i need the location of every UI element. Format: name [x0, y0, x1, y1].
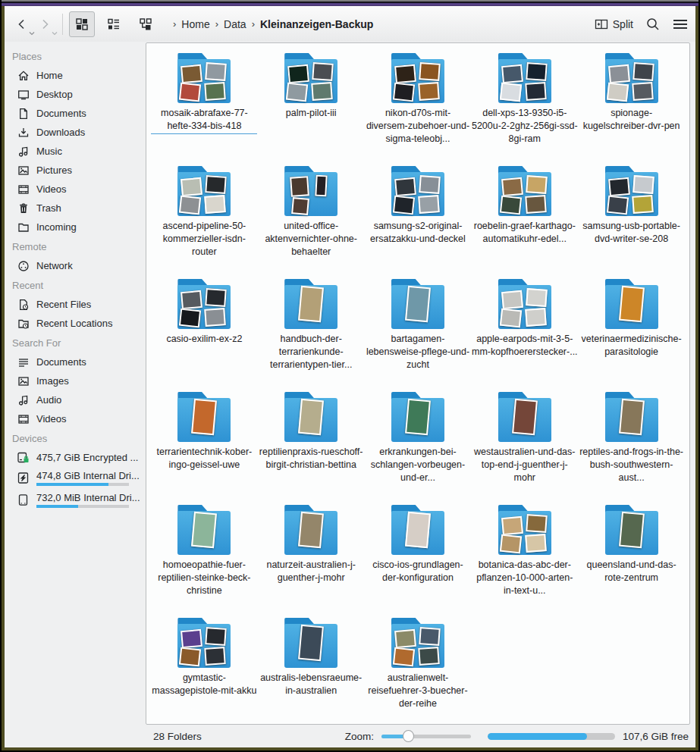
folder-icon[interactable] — [602, 166, 661, 216]
folder-item[interactable]: westaustralien-und-das-top-end-j-guenthe… — [471, 392, 578, 505]
text-lines-icon — [17, 356, 30, 368]
folder-item[interactable]: cisco-ios-grundlagen-der-konfiguration — [365, 505, 472, 618]
folder-item[interactable]: reptiles-and-frogs-in-the-bush-southwest… — [578, 392, 685, 505]
sidebar-item-incoming[interactable]: Incoming — [9, 218, 146, 237]
folder-item[interactable]: reptilienpraxis-rueschoff-birgit-christi… — [258, 392, 365, 505]
folder-icon[interactable] — [174, 392, 234, 442]
sidebar-item-label: Downloads — [36, 127, 85, 138]
sidebar-item-desktop[interactable]: Desktop — [9, 85, 146, 104]
back-button[interactable] — [11, 13, 33, 36]
folder-icon[interactable] — [281, 618, 341, 668]
sidebar-item-label: Desktop — [36, 89, 73, 100]
folder-icon[interactable] — [281, 505, 341, 555]
sidebar-item-474-8-gib-internal-dri[interactable]: 474,8 GiB Internal Dri... — [9, 467, 146, 489]
sidebar-item-pictures[interactable]: Pictures — [9, 161, 146, 180]
folder-item[interactable]: gymtastic-massagepistole-mit-akku — [151, 618, 258, 725]
folder-name: gymtastic-massagepistole-mit-akku — [151, 672, 257, 697]
sidebar-item-recent-locations[interactable]: Recent Locations — [9, 314, 146, 333]
folder-item[interactable]: naturzeit-australien-j-guenther-j-mohr — [258, 505, 365, 618]
folder-icon[interactable] — [281, 53, 341, 103]
folder-item[interactable]: dell-xps-13-9350-i5-5200u-2-2ghz-256gi-s… — [471, 53, 578, 166]
folder-item[interactable]: nikon-d70s-mit-diversem-zubehoer-und-sig… — [365, 53, 472, 166]
menu-button[interactable] — [673, 18, 688, 30]
hamburger-menu-icon — [673, 18, 688, 30]
folder-item[interactable]: palm-pilot-iii — [258, 53, 365, 166]
tree-view-button[interactable] — [133, 11, 159, 37]
folder-icon[interactable] — [174, 279, 234, 329]
folder-item[interactable]: samsung-s2-original-ersatzakku-und-decke… — [365, 166, 472, 279]
folder-item[interactable]: spionage-kugelschreiber-dvr-pen — [578, 53, 685, 166]
folder-icon[interactable] — [388, 392, 447, 442]
breadcrumb-item[interactable]: Kleinanzeigen-Backup — [260, 18, 373, 30]
folder-item[interactable]: botanica-das-abc-der-pflanzen-10-000-art… — [471, 505, 578, 618]
folder-item[interactable]: terrarientechnik-kober-ingo-geissel-uwe — [151, 392, 258, 505]
sidebar-item-images[interactable]: Images — [9, 371, 146, 390]
folder-view[interactable]: mosaik-abrafaxe-77-hefte-334-bis-418palm… — [146, 42, 690, 725]
forward-dropdown-caret-icon[interactable] — [52, 31, 58, 36]
sidebar-item-videos[interactable]: Videos — [9, 180, 146, 199]
folder-icon[interactable] — [602, 279, 661, 329]
sidebar-item-music[interactable]: Music — [9, 142, 146, 161]
folder-item[interactable]: handbuch-der-terrarienkunde-terrarientyp… — [258, 279, 365, 392]
folder-item[interactable]: ascend-pipeline-50-kommerzieller-isdn-ro… — [151, 166, 258, 279]
folder-item[interactable]: australis-lebensraeume-in-australien — [258, 618, 365, 725]
folder-icon[interactable] — [174, 166, 234, 216]
breadcrumb-separator-icon: › — [173, 18, 176, 30]
folder-icon[interactable] — [495, 392, 554, 442]
folder-name: apple-earpods-mit-3-5-mm-kopfhoerersteck… — [472, 333, 578, 359]
sidebar-item-documents[interactable]: Documents — [9, 352, 146, 371]
folder-name: veterinaermedizinische-parasitologie — [579, 333, 685, 359]
folder-icon[interactable] — [388, 618, 447, 668]
folder-icon[interactable] — [495, 505, 554, 555]
folder-icon[interactable] — [388, 166, 447, 216]
folder-item[interactable]: erkrankungen-bei-schlangen-vorbeugen-und… — [365, 392, 472, 505]
folder-item[interactable]: casio-exilim-ex-z2 — [151, 279, 258, 392]
folder-icon[interactable] — [495, 279, 554, 329]
breadcrumb-item[interactable]: Data — [224, 18, 246, 30]
folder-icon[interactable] — [388, 505, 447, 555]
folder-item[interactable]: united-office-aktenvernichter-ohne-behae… — [258, 166, 365, 279]
folder-icon[interactable] — [174, 618, 234, 668]
sidebar-item-downloads[interactable]: Downloads — [9, 123, 146, 142]
photo-thumbnail — [633, 62, 654, 81]
sidebar-item-recent-files[interactable]: Recent Files — [9, 295, 146, 314]
folder-icon[interactable] — [495, 53, 554, 103]
folder-item[interactable]: veterinaermedizinische-parasitologie — [578, 279, 685, 392]
folder-icon[interactable] — [388, 53, 447, 103]
folder-item[interactable]: bartagamen-lebensweise-pflege-und-zucht — [365, 279, 472, 392]
folder-item[interactable]: queensland-und-das-rote-zentrum — [578, 505, 685, 618]
sidebar-item-475-7-gib-encrypted[interactable]: 475,7 GiB Encrypted ... — [9, 448, 146, 467]
sidebar-item-documents[interactable]: Documents — [9, 104, 146, 123]
details-view-button[interactable] — [101, 11, 127, 37]
folder-icon[interactable] — [281, 166, 341, 216]
zoom-slider-handle[interactable] — [403, 730, 414, 742]
icons-view-button[interactable] — [69, 11, 95, 37]
sidebar-item-audio[interactable]: Audio — [9, 390, 146, 409]
sidebar-item-network[interactable]: Network — [9, 256, 146, 275]
folder-item[interactable]: roebelin-graef-karthago-automatikuhr-ede… — [471, 166, 578, 279]
forward-button[interactable] — [33, 13, 56, 36]
folder-icon[interactable] — [281, 279, 341, 329]
folder-item[interactable]: mosaik-abrafaxe-77-hefte-334-bis-418 — [151, 53, 258, 166]
folder-icon[interactable] — [495, 166, 554, 216]
split-button[interactable]: Split — [595, 18, 633, 30]
zoom-slider[interactable] — [381, 731, 471, 741]
folder-icon[interactable] — [174, 53, 234, 103]
folder-icon[interactable] — [602, 505, 661, 555]
free-space-label: 107,6 GiB free — [623, 731, 689, 742]
search-button[interactable] — [645, 17, 661, 32]
folder-icon[interactable] — [281, 392, 341, 442]
sidebar-item-home[interactable]: Home — [9, 66, 146, 85]
folder-item[interactable]: apple-earpods-mit-3-5-mm-kopfhoerersteck… — [471, 279, 578, 392]
folder-icon[interactable] — [388, 279, 447, 329]
sidebar-item-videos[interactable]: Videos — [9, 409, 146, 428]
folder-icon[interactable] — [174, 505, 234, 555]
sidebar-item-732-0-mib-internal-dri[interactable]: 732,0 MiB Internal Dri... — [9, 489, 146, 511]
breadcrumb-item[interactable]: Home — [181, 18, 209, 30]
folder-icon[interactable] — [602, 392, 661, 442]
folder-item[interactable]: homoeopathie-fuer-reptilien-steinke-beck… — [151, 505, 258, 618]
folder-icon[interactable] — [602, 53, 661, 103]
folder-item[interactable]: samsung-usb-portable-dvd-writer-se-208 — [578, 166, 685, 279]
sidebar-item-trash[interactable]: Trash — [9, 199, 146, 218]
folder-item[interactable]: australienwelt-reisefuehrer-3-buecher-de… — [365, 618, 472, 725]
